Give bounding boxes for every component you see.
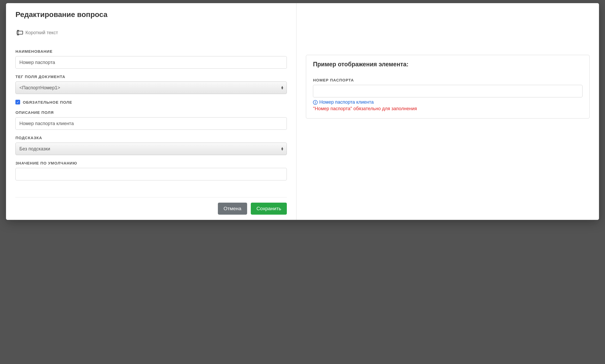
preview-box: Пример отображения элемента: НОМЕР ПАСПО… (306, 55, 590, 119)
modal-backdrop: Редактирование вопроса Короткий текст НА… (0, 0, 605, 364)
default-label: ЗНАЧЕНИЕ ПО УМОЛЧАНИЮ (15, 161, 287, 165)
default-input[interactable] (15, 168, 287, 180)
name-group: НАИМЕНОВАНИЕ (15, 49, 287, 69)
preview-hint: Номер паспорта клиента (313, 99, 583, 105)
preview-field-label: НОМЕР ПАСПОРТА (313, 78, 583, 82)
svg-point-5 (315, 101, 316, 102)
info-icon (313, 100, 318, 105)
desc-label: ОПИСАНИЕ ПОЛЯ (15, 110, 287, 115)
form-pane: Редактирование вопроса Короткий текст НА… (6, 3, 296, 220)
required-label: ОБЯЗАТЕЛЬНОЕ ПОЛЕ (23, 100, 72, 104)
preview-title: Пример отображения элемента: (313, 61, 583, 68)
tag-label: ТЕГ ПОЛЯ ДОКУМЕНТА (15, 74, 287, 79)
modal-footer: Отмена Сохранить (15, 197, 287, 215)
name-label: НАИМЕНОВАНИЕ (15, 49, 287, 54)
required-checkbox-row[interactable]: ✓ ОБЯЗАТЕЛЬНОЕ ПОЛЕ (15, 100, 287, 104)
hint-group: ПОДСКАЗКА Без подсказки ▲▼ (15, 136, 287, 155)
hint-select[interactable]: Без подсказки (15, 143, 287, 155)
svg-rect-6 (315, 102, 316, 103)
required-checkbox[interactable]: ✓ (15, 100, 20, 104)
tag-select[interactable]: <ПаспортНомер1> (15, 81, 287, 94)
tag-group: ТЕГ ПОЛЯ ДОКУМЕНТА <ПаспортНомер1> ▲▼ (15, 74, 287, 94)
desc-group: ОПИСАНИЕ ПОЛЯ (15, 110, 287, 130)
name-input[interactable] (15, 56, 287, 69)
default-group: ЗНАЧЕНИЕ ПО УМОЛЧАНИЮ (15, 161, 287, 180)
preview-hint-text: Номер паспорта клиента (319, 99, 374, 105)
question-type-row: Короткий текст (15, 30, 287, 36)
preview-pane: Пример отображения элемента: НОМЕР ПАСПО… (296, 3, 599, 220)
modal-title: Редактирование вопроса (15, 10, 287, 19)
question-type-label: Короткий текст (25, 30, 58, 36)
form-body: НАИМЕНОВАНИЕ ТЕГ ПОЛЯ ДОКУМЕНТА <Паспорт… (15, 49, 287, 193)
preview-error-text: "Номер паспорта" обязательно для заполне… (313, 106, 583, 111)
save-button[interactable]: Сохранить (251, 203, 287, 215)
preview-field-input[interactable] (313, 85, 583, 97)
desc-input[interactable] (15, 117, 287, 130)
cancel-button[interactable]: Отмена (218, 203, 247, 215)
edit-question-modal: Редактирование вопроса Короткий текст НА… (6, 3, 599, 220)
hint-label: ПОДСКАЗКА (15, 136, 287, 140)
short-text-icon (15, 30, 23, 36)
